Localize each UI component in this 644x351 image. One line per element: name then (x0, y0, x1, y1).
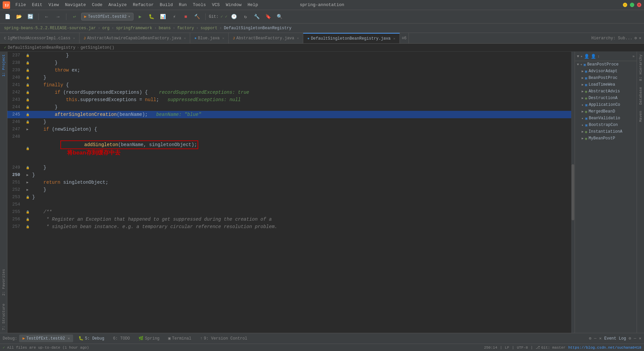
hi-expand-10[interactable]: ▶ (582, 130, 584, 134)
hi-expand-11[interactable]: ▶ (582, 136, 584, 140)
utf8-indicator[interactable]: UTF-8 (517, 346, 528, 350)
debug-tab-5[interactable]: 🐛 5: Debug (75, 335, 108, 342)
tab-blue[interactable]: ● Blue.java ✕ (190, 33, 228, 43)
debug-tab-6[interactable]: 6: TODO (110, 335, 133, 342)
right-tab-maven[interactable]: Maven (638, 108, 643, 125)
menu-view[interactable]: View (46, 2, 61, 8)
settings-button[interactable]: 🔧 (252, 12, 262, 21)
build-button[interactable]: 🔨 (193, 12, 202, 21)
fp-org[interactable]: org (102, 26, 110, 31)
menu-build[interactable]: Build (157, 2, 175, 8)
debug-button[interactable]: 🐛 (147, 12, 156, 21)
open-button[interactable]: 📂 (14, 12, 23, 21)
fp-factory[interactable]: factory (177, 26, 194, 31)
close-button[interactable]: ✕ (637, 3, 641, 7)
undo-button[interactable]: ↩ (70, 12, 79, 21)
forward-button[interactable]: → (53, 12, 63, 21)
tab-abstractbeanfactory[interactable]: J AbstractBeanFactory.java ✕ (229, 33, 303, 43)
event-log-label[interactable]: Event Log (604, 336, 626, 341)
collapse-247[interactable]: ▶ (26, 127, 29, 131)
hi-expand-7[interactable]: ▶ (582, 109, 584, 114)
vcs-history-button[interactable]: 🕐 (229, 12, 239, 21)
bc-class[interactable]: DefaultSingletonBeanRegistry (8, 45, 75, 50)
maximize-button[interactable]: □ (630, 3, 634, 7)
right-tab-hierarchy[interactable]: 8: Hierarchy (638, 52, 643, 84)
collapse-252[interactable]: ▶ (26, 188, 29, 192)
run-config-selector[interactable]: ▶ TestOfExt.test02 ▾ (81, 13, 133, 20)
event-log-close-icon[interactable]: ✕ (639, 336, 641, 341)
debug-run-close[interactable]: ✕ (68, 336, 70, 341)
event-log-minimize-icon[interactable]: ─ (634, 336, 636, 341)
debug-close-icon[interactable]: ✕ (599, 336, 601, 341)
debug-tab-vc[interactable]: ↑ 9: Version Control (197, 335, 251, 342)
profile-button[interactable]: ⚡ (170, 12, 179, 21)
hierarchy-item-instantiationa[interactable]: ▶ ◉ InstantiationA (575, 128, 637, 135)
run-button[interactable]: ▶ (136, 12, 145, 21)
hierarchy-settings-icon[interactable]: ⚙ (635, 36, 637, 41)
fp-beans[interactable]: beans (159, 26, 171, 31)
hi-expand-2[interactable]: ▶ (582, 76, 584, 80)
lf-indicator[interactable]: LF (505, 346, 509, 350)
hi-expand-5[interactable]: ▶ (582, 96, 584, 100)
tab-defaultsingletonbeanregistry[interactable]: ● DefaultSingletonBeanRegistry.java ✕ (303, 33, 399, 43)
menu-navigate[interactable]: Navigate (62, 2, 89, 8)
debug-tab-terminal[interactable]: ▣ Terminal (165, 335, 195, 342)
collapse-251[interactable]: ▶ (26, 180, 29, 184)
debug-tab-spring[interactable]: 🌿 Spring (135, 335, 163, 342)
debug-tab-testofext[interactable]: ▶ TestOfExt.test02 ✕ (19, 335, 73, 342)
tab-close-1[interactable]: ✕ (184, 36, 186, 40)
debug-settings-icon[interactable]: ⚙ (589, 336, 591, 341)
menu-help[interactable]: Help (245, 2, 261, 8)
hierarchy-item-bootstrapcon[interactable]: ● ▣ BootstrapCon (575, 122, 637, 128)
hi-expand-4[interactable]: ▶ (582, 89, 584, 93)
menu-code[interactable]: Code (89, 2, 105, 8)
hierarchy-item-destructiona[interactable]: ▶ ◉ DestructionA (575, 95, 637, 101)
fp-support[interactable]: support (201, 26, 217, 31)
hierarchy-item-beanpostproc[interactable]: ▶ ▣ BeanPostProc (575, 75, 637, 81)
hierarchy-item-loadtimewea[interactable]: ▶ ▣ LoadTimeWea (575, 81, 637, 88)
coverage-button[interactable]: 📊 (158, 12, 168, 21)
hierarchy-close-icon[interactable]: ✕ (639, 36, 641, 41)
debug-minimize-icon[interactable]: ─ (594, 336, 596, 341)
fp-jar[interactable]: spring-beans-5.2.2.RELEASE-sources.jar (4, 26, 96, 31)
menu-tools[interactable]: Tools (190, 2, 209, 8)
left-tab-favorites[interactable]: 2: Favorites (1, 266, 6, 298)
hierarchy-item-beanpostproce[interactable]: ▼ ✦ ▣ BeanPostProce (575, 61, 637, 68)
bc-method[interactable]: getSingleton() (80, 45, 114, 50)
back-button[interactable]: ← (42, 12, 51, 21)
hierarchy-item-abstractadvis[interactable]: ▶ ◉ AbstractAdvis (575, 88, 637, 95)
bookmark-button[interactable]: 🔖 (264, 12, 273, 21)
menu-window[interactable]: Window (223, 2, 244, 8)
hi-expand-1[interactable]: ▶ (582, 69, 584, 73)
menu-vcs[interactable]: VCS (209, 2, 222, 8)
tab-close-2[interactable]: ✕ (222, 36, 224, 40)
code-area[interactable]: 237 🔒 } 238 🔒 } 239 🔒 throw ex; (7, 52, 575, 333)
menu-refactor[interactable]: Refactor (130, 2, 156, 8)
hierarchy-more-icon[interactable]: » (632, 54, 635, 58)
menu-analyze[interactable]: Analyze (106, 2, 129, 8)
menu-file[interactable]: File (13, 2, 29, 8)
fp-springframework[interactable]: springframework (116, 26, 152, 31)
tab-close-0[interactable]: ✕ (73, 36, 75, 40)
hierarchy-item-advisoradapt[interactable]: ▶ ▣ AdvisorAdapt (575, 68, 637, 75)
editor-scroll-thumb[interactable] (572, 164, 574, 220)
new-file-button[interactable]: 📄 (3, 12, 12, 21)
fp-class[interactable]: DefaultSingletonBeanRegistry (224, 26, 291, 31)
left-tab-project[interactable]: 1: Project (1, 52, 6, 79)
left-tab-structure[interactable]: 7: Structure (1, 301, 6, 333)
cursor-position[interactable]: 250:14 (484, 346, 497, 350)
tab-lgmethodaccessorimpl[interactable]: C lgMethodAccessorImpl.class ✕ (0, 33, 79, 43)
collapse-250[interactable]: ▶ (26, 173, 29, 177)
event-log-settings-icon[interactable]: ⚙ (629, 336, 631, 341)
editor-scrollbar[interactable] (571, 52, 575, 333)
right-tab-database[interactable]: Database (638, 84, 643, 107)
hierarchy-item-mergedbea[interactable]: ▶ ◉ MergedBeanD (575, 108, 637, 115)
hierarchy-expand-icon[interactable]: ▼ (577, 54, 579, 58)
git-branch-indicator[interactable]: ⎇ Git: master (536, 345, 566, 350)
tab-close-4[interactable]: ✕ (393, 37, 395, 41)
hierarchy-panel-tab[interactable]: Hierarchy: Sub... ⚙ ✕ (589, 33, 644, 43)
hierarchy-item-applicationco[interactable]: ● ▣ ApplicationCo (575, 101, 637, 108)
search-everywhere-button[interactable]: 🔍 (275, 12, 284, 21)
menu-run[interactable]: Run (176, 2, 189, 8)
hierarchy-item-beanvalidatio[interactable]: ● ▣ BeanValidatio (575, 115, 637, 122)
